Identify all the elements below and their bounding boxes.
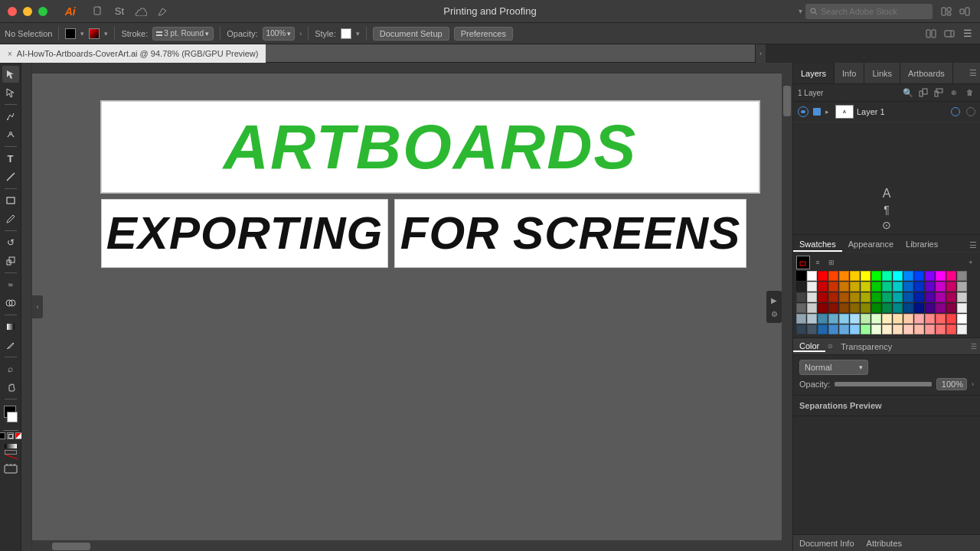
none-bar[interactable] [5,450,17,455]
artboard-main[interactable]: ARTBOARDS [101,101,760,193]
swatch-list-view[interactable]: ≡ [812,256,824,269]
swatch-cell[interactable] [828,324,838,334]
swatch-cell[interactable] [839,324,849,334]
swatches-main-tab[interactable]: Swatches [793,238,842,252]
type-tool[interactable]: T [2,150,19,167]
swatch-cell[interactable] [807,324,817,334]
swatch-cell[interactable] [893,314,903,324]
swatch-cell[interactable] [957,282,967,292]
blend-mode-dropdown[interactable]: Normal ▾ [799,360,868,375]
swatch-cell[interactable] [946,324,956,334]
swatch-cell[interactable] [936,324,946,334]
swatch-cell[interactable] [861,271,871,281]
swatch-cell[interactable] [957,314,967,324]
appearance-tab[interactable]: Appearance [842,238,900,252]
swatch-cell[interactable] [893,324,903,334]
layer1-visibility-eye[interactable] [798,106,808,117]
swatch-cell[interactable] [882,282,892,292]
swatch-cell[interactable] [828,282,838,292]
left-panel-toggle[interactable]: ‹ [32,295,43,318]
swatch-cell[interactable] [914,314,924,324]
color-panel-menu[interactable]: ☰ [971,343,977,350]
swatch-cell[interactable] [850,314,860,324]
swatch-cell[interactable] [871,314,881,324]
artboard-for-screens[interactable]: FOR SCREENS [394,199,746,268]
file-icon[interactable] [90,4,106,19]
layers-tab[interactable]: Layers [793,63,835,83]
gradient-bar[interactable] [5,444,17,448]
swatch-cell[interactable] [882,314,892,324]
menu-icon[interactable]: ☰ [960,26,975,41]
swatch-cell[interactable] [957,303,967,313]
opacity-arrow[interactable]: ▾ [287,30,291,37]
fg-swatch-btn[interactable] [796,256,810,269]
swatch-add-btn[interactable]: + [965,256,977,269]
layer1-expand-arrow[interactable]: ▸ [825,108,829,116]
layers-search-icon[interactable]: 🔍 [902,86,914,99]
opacity-expand-icon[interactable]: › [972,380,974,388]
warp-tool[interactable]: ≈ [2,276,19,293]
stroke-arrow[interactable]: ▾ [104,30,108,37]
panel-menu-icon[interactable]: ☰ [969,68,977,78]
opacity-slider[interactable] [835,382,932,386]
artboards-tab[interactable]: Artboards [900,63,953,83]
swatch-cell[interactable] [903,292,913,302]
swatch-cell[interactable] [850,271,860,281]
search-stock-input[interactable] [821,7,928,16]
document-tab[interactable]: × AI-HowTo-Artboards-CoverArt.ai @ 94.78… [0,44,266,63]
swatch-cell[interactable] [903,314,913,324]
swatch-cell[interactable] [903,324,913,334]
stroke-width-dropdown[interactable]: 3 pt. Round ▾ [152,27,214,41]
transparency-panel-tab[interactable]: Transparency [835,342,898,351]
swatch-cell[interactable] [828,271,838,281]
swatch-cell[interactable] [914,282,924,292]
direct-selection-tool[interactable] [2,84,19,101]
style-arrow[interactable]: ▾ [356,30,360,37]
swatch-cell[interactable] [871,324,881,334]
links-tab[interactable]: Links [864,63,900,83]
dropdown-arrow[interactable]: ▾ [799,7,802,15]
swatch-cell[interactable] [861,324,871,334]
swatch-cell[interactable] [957,271,967,281]
swatch-cell[interactable] [796,292,806,302]
swatch-cell[interactable] [946,282,956,292]
swatch-cell[interactable] [871,282,881,292]
layers-options-icon[interactable] [933,86,945,99]
swatch-cell[interactable] [882,271,892,281]
search-stock[interactable] [805,4,933,19]
stroke-mode-btn[interactable] [7,432,14,439]
pen-tool[interactable] [2,108,19,125]
swatch-cell[interactable] [903,271,913,281]
swatch-cell[interactable] [850,324,860,334]
gradient-tool[interactable] [2,318,19,335]
swatch-cell[interactable] [850,303,860,313]
rotate-tool[interactable]: ↺ [2,234,19,251]
maximize-button[interactable] [38,7,47,16]
scale-tool[interactable] [2,253,19,269]
swatch-cell[interactable] [946,271,956,281]
swatch-cell[interactable] [807,314,817,324]
shape-builder-tool[interactable] [2,295,19,311]
blend-arrow[interactable]: ▾ [859,364,863,371]
layers-new-icon[interactable] [917,86,929,99]
swatch-cell[interactable] [796,303,806,313]
swatch-cell[interactable] [828,303,838,313]
swatch-cell[interactable] [818,303,828,313]
type-panel-icon[interactable]: A [883,187,891,201]
swatch-cell[interactable] [818,314,828,324]
swatch-cell[interactable] [893,282,903,292]
document-setup-button[interactable]: Document Setup [373,27,449,41]
swatch-cell[interactable] [936,282,946,292]
swatch-cell[interactable] [796,282,806,292]
style-swatch[interactable] [341,28,351,39]
fill-arrow[interactable]: ▾ [80,30,84,37]
swatch-cell[interactable] [796,314,806,324]
arrange-icon[interactable] [957,4,972,19]
layers-merge-icon[interactable]: ⊕ [948,86,960,99]
swatch-cell[interactable] [946,303,956,313]
swatch-cell[interactable] [946,292,956,302]
horizontal-scroll-thumb[interactable] [52,543,90,550]
selection-tool[interactable] [2,66,19,83]
swatch-cell[interactable] [957,324,967,334]
settings-icon[interactable]: ⚙ [768,308,780,320]
